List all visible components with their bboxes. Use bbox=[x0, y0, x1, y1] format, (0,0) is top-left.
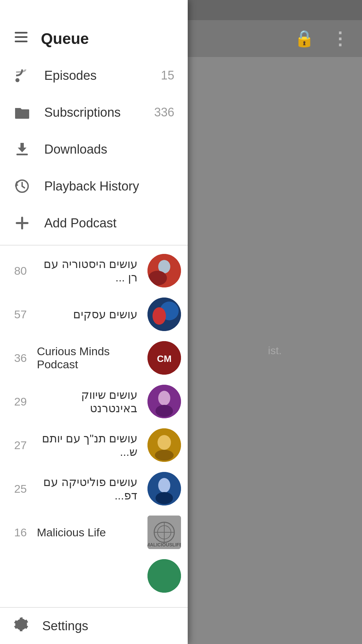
podcast-name-6: עושים פוליטיקה עם דפ... bbox=[37, 475, 137, 502]
subscriptions-label: Subscriptions bbox=[44, 105, 141, 120]
podcast-item-8[interactable] bbox=[0, 554, 188, 598]
svg-rect-0 bbox=[15, 32, 27, 34]
podcast-avatar-5 bbox=[147, 428, 181, 462]
svg-point-23 bbox=[155, 450, 174, 461]
podcast-avatar-2 bbox=[147, 298, 181, 331]
podcast-avatar-curious-minds: CM bbox=[147, 341, 181, 375]
podcast-avatar-1 bbox=[147, 254, 181, 287]
menu-icon bbox=[13, 29, 29, 48]
nav-divider bbox=[0, 245, 188, 246]
svg-point-19 bbox=[158, 391, 170, 406]
podcast-item-5[interactable]: 27 עושים תנ"ך עם יותם ש... bbox=[0, 423, 188, 467]
podcast-count-1: 80 bbox=[7, 264, 27, 277]
podcast-count-5: 27 bbox=[7, 439, 27, 452]
podcast-count-6: 25 bbox=[7, 482, 27, 495]
history-icon bbox=[13, 178, 31, 194]
svg-text:MALICIOUSLIFE: MALICIOUSLIFE bbox=[147, 542, 181, 547]
settings-icon bbox=[13, 616, 29, 635]
nav-item-add-podcast[interactable]: Add Podcast bbox=[0, 205, 188, 241]
svg-point-20 bbox=[156, 405, 173, 417]
subscriptions-count: 336 bbox=[154, 105, 174, 119]
svg-point-25 bbox=[158, 478, 170, 493]
podcast-count-4: 29 bbox=[7, 395, 27, 408]
episodes-label: Episodes bbox=[44, 68, 147, 83]
queue-title: Queue bbox=[41, 30, 89, 48]
svg-point-22 bbox=[158, 435, 171, 450]
podcast-item-2[interactable]: 57 עושים עסקים bbox=[0, 292, 188, 336]
add-podcast-label: Add Podcast bbox=[44, 216, 174, 230]
drawer-header: Queue bbox=[0, 20, 188, 57]
podcast-item-malicious-life[interactable]: 16 Malicious Life MALICIOUSLIFE bbox=[0, 511, 188, 554]
main-content: ist. bbox=[188, 57, 362, 644]
settings-label: Settings bbox=[42, 619, 88, 633]
svg-rect-2 bbox=[15, 41, 27, 42]
podcast-list: 80 עושים היסטוריה עם רן ... 57 עושים עסק… bbox=[0, 249, 188, 607]
podcast-avatar-4 bbox=[147, 385, 181, 418]
podcast-item-4[interactable]: 29 עושים שיווק באינטרנט bbox=[0, 380, 188, 423]
nav-item-episodes[interactable]: Episodes 15 bbox=[0, 57, 188, 94]
podcast-item-1[interactable]: 80 עושים היסטוריה עם רן ... bbox=[0, 249, 188, 292]
podcast-item-curious-minds[interactable]: 36 Curious Minds Podcast CM bbox=[0, 336, 188, 380]
nav-item-subscriptions[interactable]: Subscriptions 336 bbox=[0, 94, 188, 131]
more-options-icon[interactable]: ⋮ bbox=[331, 29, 349, 49]
svg-text:CM: CM bbox=[157, 354, 172, 364]
svg-point-12 bbox=[148, 271, 167, 285]
podcast-name-1: עושים היסטוריה עם רן ... bbox=[37, 257, 137, 284]
podcast-name-2: עושים עסקים bbox=[37, 308, 137, 321]
rss-icon bbox=[13, 68, 31, 83]
podcast-avatar-malicious-life: MALICIOUSLIFE bbox=[147, 516, 181, 549]
podcast-avatar-8 bbox=[147, 559, 181, 593]
downloads-label: Downloads bbox=[44, 142, 174, 157]
podcast-name-4: עושים שיווק באינטרנט bbox=[37, 388, 137, 415]
episodes-count: 15 bbox=[161, 68, 174, 83]
svg-rect-1 bbox=[15, 36, 27, 38]
folder-icon bbox=[13, 105, 31, 119]
podcast-name-malicious-life: Malicious Life bbox=[37, 526, 137, 539]
navigation-drawer: Queue Episodes 15 Subscriptions bbox=[0, 0, 188, 644]
svg-point-33 bbox=[147, 559, 181, 593]
podcast-avatar-6 bbox=[147, 472, 181, 505]
svg-point-3 bbox=[15, 78, 19, 82]
podcast-name-5: עושים תנ"ך עם יותם ש... bbox=[37, 432, 137, 459]
download-icon bbox=[13, 142, 31, 157]
svg-rect-5 bbox=[16, 154, 28, 155]
nav-item-playback-history[interactable]: Playback History bbox=[0, 168, 188, 205]
svg-rect-9 bbox=[16, 222, 28, 224]
podcast-count-curious-minds: 36 bbox=[7, 352, 27, 365]
podcast-name-curious-minds: Curious Minds Podcast bbox=[37, 345, 137, 371]
playback-history-label: Playback History bbox=[44, 179, 174, 194]
podcast-count-malicious-life: 16 bbox=[7, 526, 27, 539]
empty-list-text: ist. bbox=[268, 344, 282, 357]
podcast-item-6[interactable]: 25 עושים פוליטיקה עם דפ... bbox=[0, 467, 188, 511]
hamburger-icon bbox=[13, 29, 29, 45]
svg-marker-4 bbox=[18, 143, 26, 152]
podcast-count-2: 57 bbox=[7, 308, 27, 321]
nav-section: Episodes 15 Subscriptions 336 Downloads bbox=[0, 57, 188, 241]
settings-nav-item[interactable]: Settings bbox=[0, 607, 188, 644]
plus-icon bbox=[13, 215, 31, 231]
nav-item-downloads[interactable]: Downloads bbox=[0, 131, 188, 168]
drawer-status-pad bbox=[0, 0, 188, 20]
lock-icon: 🔒 bbox=[294, 29, 314, 48]
svg-point-26 bbox=[156, 492, 173, 504]
svg-point-15 bbox=[153, 307, 166, 325]
